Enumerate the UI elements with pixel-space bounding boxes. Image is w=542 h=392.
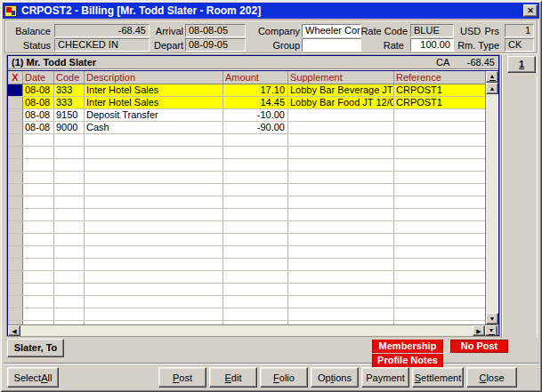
footer-divider <box>4 363 538 364</box>
rate-field[interactable]: 100.00 <box>410 38 454 52</box>
table-row <box>8 209 485 221</box>
arrival-field[interactable]: 08-08-05 <box>185 24 246 37</box>
row-select-cell[interactable] <box>8 122 23 133</box>
cell-description: Inter Hotel Sales <box>85 84 223 96</box>
cell-code <box>54 296 85 308</box>
folio-panel: (1) Mr. Todd Slater CA -68.45 X Date Cod… <box>7 55 499 336</box>
payment-button[interactable]: Payment <box>361 367 409 388</box>
cell-description <box>85 172 223 183</box>
vertical-scroll-track[interactable] <box>486 94 498 313</box>
options-button[interactable]: Options <box>311 367 359 388</box>
folio-window-1-button[interactable]: 1 <box>507 56 536 73</box>
status-label: Status <box>8 39 51 52</box>
close-icon[interactable]: ✕ <box>523 4 538 17</box>
cell-date: 08-08 <box>23 97 54 108</box>
cell-amount: -10.00 <box>223 109 288 121</box>
cell-supplement: Lobby Bar Food JT 12/08/08 <box>288 97 394 108</box>
balance-field[interactable]: -68.45 <box>54 24 150 37</box>
table-row <box>8 159 485 172</box>
settlement-button[interactable]: Settlement <box>412 367 464 388</box>
cell-supplement <box>288 221 394 233</box>
profile-notes-badge[interactable]: Profile Notes <box>372 354 443 367</box>
scroll-top-icon[interactable]: ▲ <box>486 71 498 83</box>
horizontal-scrollbar[interactable]: ◀ ▶ <box>8 324 485 336</box>
cell-code <box>54 196 85 208</box>
close-button[interactable]: Close <box>466 367 517 388</box>
cell-date: 08-08 <box>23 84 54 96</box>
cell-amount <box>223 246 288 258</box>
cell-reference <box>394 296 485 308</box>
scroll-down-icon[interactable]: ▼ <box>486 313 498 324</box>
row-select-cell <box>8 284 23 295</box>
prs-field[interactable]: 1 <box>505 24 534 37</box>
row-select-cell <box>8 221 23 233</box>
row-select-cell[interactable] <box>8 97 23 108</box>
row-select-cell[interactable] <box>8 109 23 121</box>
row-select-cell <box>8 172 23 183</box>
cell-description <box>85 259 223 270</box>
cell-reference <box>394 147 485 158</box>
cell-supplement <box>288 184 394 196</box>
cell-supplement <box>288 122 394 133</box>
row-select-cell <box>8 271 23 283</box>
membership-badge[interactable]: Membership <box>372 340 443 353</box>
company-field[interactable]: Wheeler Corp. <box>302 24 361 37</box>
guest-payment-type: CA <box>436 56 449 69</box>
row-select-cell <box>8 196 23 208</box>
rate-label: Rate <box>360 39 404 52</box>
scrollbar-corner: ▼ <box>485 324 498 336</box>
scroll-up-icon[interactable]: ▲ <box>486 83 498 94</box>
cell-amount <box>223 308 288 320</box>
cell-amount <box>223 234 288 245</box>
cell-date: 08-08 <box>23 109 54 121</box>
reservation-header: Balance -68.45 Arrival 08-08-05 Company … <box>4 20 538 53</box>
scroll-left-icon[interactable]: ◀ <box>8 325 20 336</box>
cell-description <box>85 196 223 208</box>
rm-type-field[interactable]: CK <box>505 38 534 52</box>
column-header-date: Date <box>23 71 54 84</box>
scroll-right-icon[interactable]: ▶ <box>473 325 485 336</box>
table-row <box>8 147 485 159</box>
cell-description <box>85 147 223 158</box>
row-select-cell <box>8 259 23 270</box>
cell-supplement <box>288 159 394 171</box>
cell-code: 333 <box>54 97 85 108</box>
cell-date <box>23 196 54 208</box>
no-post-badge[interactable]: No Post <box>450 340 508 353</box>
cell-reference <box>394 284 485 295</box>
table-row[interactable]: 08-08333Inter Hotel Sales14.45Lobby Bar … <box>8 97 485 109</box>
vertical-scrollbar[interactable]: ▲ ▲ ▼ <box>485 71 498 324</box>
cell-supplement <box>288 296 394 308</box>
status-field[interactable]: CHECKED IN <box>54 38 150 52</box>
depart-label: Depart <box>150 39 183 52</box>
table-row[interactable]: 08-08333Inter Hotel Sales17.10Lobby Bar … <box>8 84 485 97</box>
row-select-cell <box>8 134 23 146</box>
column-header-reference: Reference <box>394 71 485 84</box>
cell-amount <box>223 172 288 183</box>
cell-supplement <box>288 271 394 283</box>
table-row <box>8 246 485 259</box>
guest-balance: -68.45 <box>467 56 495 69</box>
table-row <box>8 196 485 209</box>
edit-button[interactable]: Edit <box>209 367 257 388</box>
cell-reference <box>394 271 485 283</box>
row-select-cell[interactable] <box>8 84 23 96</box>
depart-field[interactable]: 08-09-05 <box>185 38 246 52</box>
horizontal-scroll-track[interactable] <box>20 325 473 336</box>
action-button-row: Post Edit Folio Options Payment Settleme… <box>158 367 517 388</box>
cell-amount <box>223 221 288 233</box>
cell-code: 9150 <box>54 109 85 121</box>
cell-description: Cash <box>85 122 223 133</box>
scroll-bottom-icon[interactable]: ▼ <box>485 325 498 336</box>
table-row[interactable]: 08-089150Deposit Transfer-10.00 <box>8 109 485 122</box>
table-row <box>8 184 485 196</box>
table-row[interactable]: 08-089000Cash-90.00 <box>8 122 485 134</box>
select-all-button[interactable]: Select All <box>7 367 59 388</box>
rate-code-field[interactable]: BLUE <box>410 24 454 37</box>
group-field[interactable] <box>302 38 361 52</box>
cell-date <box>23 221 54 233</box>
folio-button[interactable]: Folio <box>260 367 308 388</box>
guest-tab[interactable]: Slater, To <box>7 339 64 357</box>
row-select-cell <box>8 184 23 196</box>
post-button[interactable]: Post <box>158 367 206 388</box>
